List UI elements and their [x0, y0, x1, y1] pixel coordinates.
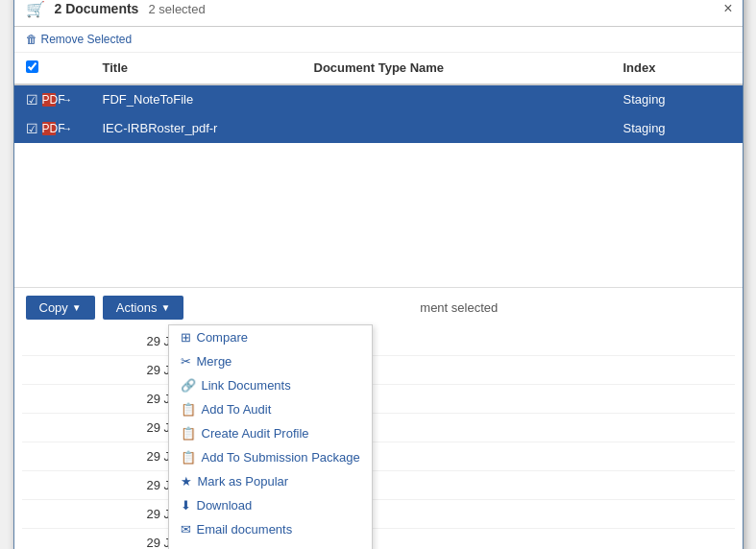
- date-row-1: 29 Jun 2021: [22, 327, 735, 356]
- doc-count: 2 Documents: [55, 1, 139, 16]
- actions-dropdown-menu: ⊞ Compare ✂ Merge 🔗 Link Documents 📋 Add…: [168, 324, 373, 550]
- modal-body: 🗑 Remove Selected Title Document Type Na…: [14, 27, 743, 550]
- table-header: Title Document Type Name Index: [14, 53, 743, 85]
- col-doc-type: Document Type Name: [310, 57, 620, 80]
- date-row-3: 29 Jun 2021: [22, 385, 735, 414]
- audit-profile-icon: 📋: [181, 426, 196, 441]
- row2-icons: ☑ PDF →: [26, 121, 95, 136]
- close-button[interactable]: ×: [723, 0, 732, 17]
- date-row-8: 29 Jun 2021: [22, 529, 735, 550]
- copy-button[interactable]: Copy ▼: [26, 296, 95, 320]
- col-checkbox[interactable]: [22, 57, 99, 80]
- download-label: Download: [197, 498, 253, 513]
- menu-item-mark-popular[interactable]: ★ Mark as Popular: [169, 469, 372, 493]
- popular-icon: ★: [181, 474, 192, 489]
- date-row-5: 29 Jun 2021: [22, 442, 735, 471]
- row1-icons: ☑ PDF →: [26, 92, 95, 107]
- menu-item-create-audit-profile[interactable]: 📋 Create Audit Profile: [169, 421, 372, 445]
- actions-button[interactable]: Actions ▼: [103, 296, 184, 320]
- add-audit-label: Add To Audit: [202, 402, 272, 417]
- row2-title: IEC-IRBRoster_pdf-r: [99, 118, 310, 138]
- remove-selected-link[interactable]: 🗑 Remove Selected: [26, 33, 731, 46]
- create-audit-profile-label: Create Audit Profile: [202, 426, 309, 441]
- row1-title: FDF_NoteToFile: [99, 89, 310, 109]
- mark-popular-label: Mark as Popular: [198, 474, 289, 489]
- remove-selected-label: Remove Selected: [41, 33, 133, 46]
- row1-arrow-icon: →: [61, 93, 73, 107]
- row2-checkbox-cell: ☑ PDF →: [22, 118, 99, 139]
- row2-arrow-icon: →: [61, 122, 73, 135]
- remove-icon: 🗑: [26, 33, 37, 46]
- menu-item-merge[interactable]: ✂ Merge: [169, 349, 372, 373]
- email-icon: ✉: [181, 522, 191, 537]
- row1-index: Staging: [620, 89, 735, 109]
- selected-count: 2 selected: [148, 2, 205, 16]
- row2-index: Staging: [620, 118, 735, 138]
- audit-icon: 📋: [181, 402, 196, 417]
- merge-icon: ✂: [181, 354, 191, 369]
- link-icon: 🔗: [181, 378, 196, 393]
- coding-icon: ≡: [181, 546, 188, 550]
- note-text: ment selected: [412, 297, 505, 319]
- modal-header: 🛒 2 Documents 2 selected ×: [14, 0, 743, 27]
- add-submission-label: Add To Submission Package: [202, 450, 360, 465]
- compare-label: Compare: [197, 330, 248, 345]
- link-label: Link Documents: [202, 378, 291, 393]
- modal-container: 🛒 2 Documents 2 selected × 🗑 Remove Sele…: [13, 0, 744, 549]
- date-row-4: 29 Jun 2021: [22, 414, 735, 442]
- menu-item-compare[interactable]: ⊞ Compare: [169, 325, 372, 349]
- menu-item-add-audit[interactable]: 📋 Add To Audit: [169, 397, 372, 421]
- row2-pdf-icon: PDF: [42, 122, 56, 135]
- menu-item-download[interactable]: ⬇ Download: [169, 493, 372, 517]
- remove-selected-area: 🗑 Remove Selected: [14, 27, 743, 53]
- bottom-toolbar: Copy ▼ Actions ▼ ⊞ Compare ✂ Merge: [14, 288, 743, 327]
- bottom-section: Copy ▼ Actions ▼ ⊞ Compare ✂ Merge: [14, 287, 743, 550]
- download-icon: ⬇: [181, 498, 191, 513]
- dates-section: 29 Jun 2021 29 Jun 2021 29 Jun 2021 29 J…: [14, 327, 743, 550]
- submission-icon: 📋: [181, 450, 196, 465]
- row2-doc-type: [310, 126, 620, 131]
- select-all-checkbox[interactable]: [26, 60, 38, 73]
- actions-label: Actions: [116, 300, 158, 315]
- row1-check-icon: ☑: [26, 92, 38, 107]
- col-title: Title: [99, 57, 310, 80]
- date-row-7: 29 Jun 2021: [22, 500, 735, 529]
- actions-caret-icon: ▼: [160, 302, 170, 313]
- menu-item-link[interactable]: 🔗 Link Documents: [169, 373, 372, 397]
- row1-doc-type: [310, 97, 620, 103]
- table-row[interactable]: ☑ PDF → IEC-IRBRoster_pdf-r Staging: [14, 114, 743, 143]
- row1-checkbox-cell: ☑ PDF →: [22, 89, 99, 110]
- menu-item-mass-coding[interactable]: ≡ Mass Coding: [169, 541, 372, 550]
- merge-label: Merge: [197, 354, 232, 369]
- copy-caret-icon: ▼: [72, 302, 82, 313]
- row2-check-icon: ☑: [26, 121, 38, 136]
- date-row-2: 29 Jun 2021: [22, 356, 735, 385]
- compare-icon: ⊞: [181, 330, 191, 345]
- email-label: Email documents: [197, 522, 293, 537]
- table-row[interactable]: ☑ PDF → FDF_NoteToFile Staging: [14, 85, 743, 114]
- col-index: Index: [620, 57, 735, 80]
- mass-coding-label: Mass Coding: [193, 546, 266, 550]
- menu-item-add-submission[interactable]: 📋 Add To Submission Package: [169, 445, 372, 469]
- empty-area: [14, 143, 743, 287]
- date-row-6: 29 Jun 2021: [22, 471, 735, 500]
- cart-icon: 🛒: [26, 0, 45, 18]
- menu-item-email[interactable]: ✉ Email documents: [169, 517, 372, 541]
- row1-pdf-icon: PDF: [42, 93, 56, 107]
- copy-label: Copy: [39, 300, 68, 315]
